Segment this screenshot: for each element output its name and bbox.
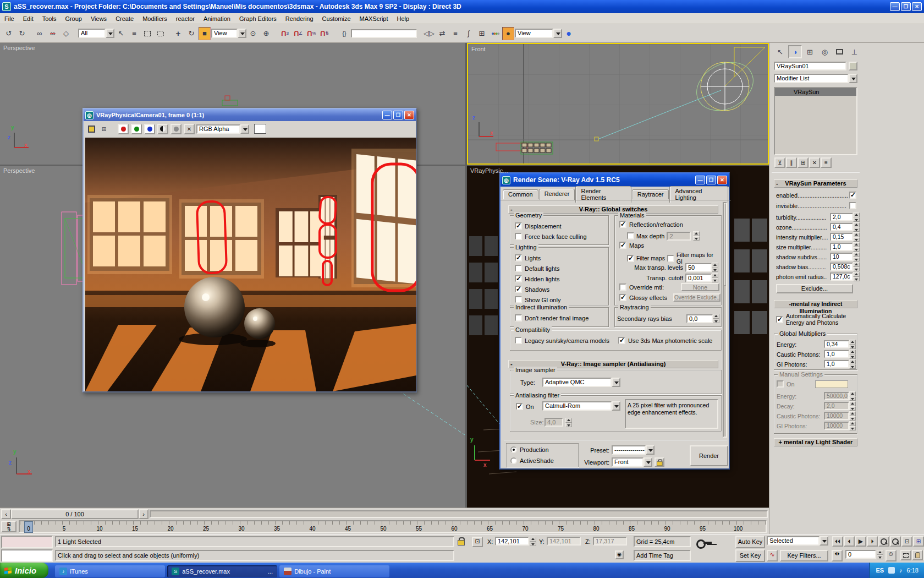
menu-animation[interactable]: Animation (199, 15, 235, 23)
max-depth-field[interactable]: 2 (667, 232, 691, 241)
size-field[interactable]: 4,0 (544, 418, 563, 427)
viewport-front[interactable]: Front (467, 43, 769, 165)
snap-toggle-3d-icon[interactable]: U3 (279, 27, 291, 40)
modifier-list-dropdown[interactable]: Modifier List (774, 74, 857, 83)
menu-modifiers[interactable]: Modifiers (138, 15, 172, 23)
tab-common[interactable]: Common (503, 189, 538, 199)
menu-create[interactable]: Create (111, 15, 138, 23)
mini-listener-pane[interactable] (1, 536, 53, 548)
dialog-titlebar[interactable]: ◎ Render Scene: V-Ray Adv 1.5 RC5 — ❐ ✕ (501, 173, 729, 187)
save-image-icon[interactable] (86, 122, 96, 135)
background-color-swatch[interactable] (254, 124, 266, 134)
selection-filter-dropdown[interactable]: All (78, 29, 114, 38)
caustic-photons-spinner[interactable] (849, 411, 856, 421)
monochrome-icon[interactable] (157, 124, 168, 134)
z-coordinate-field[interactable]: 17,317 (593, 537, 627, 546)
pin-stack-icon[interactable]: ⊻ (774, 157, 785, 168)
vraysun-parameters-rollout[interactable]: -VRaySun Parameters (774, 179, 857, 188)
override-mtl-none-button[interactable]: None (681, 283, 719, 291)
object-color-swatch[interactable] (849, 62, 857, 70)
window-crossing-icon[interactable] (155, 27, 167, 40)
override-exclude-button[interactable]: Override Exclude... (673, 293, 721, 302)
maximize-button[interactable]: ❐ (901, 2, 911, 11)
maximize-button[interactable]: ❐ (393, 111, 403, 119)
ozone-spinner[interactable] (853, 222, 860, 232)
mini-script-pane[interactable] (1, 549, 53, 562)
time-back-button[interactable]: ‹ (1, 509, 11, 519)
exclude-button[interactable]: Exclude... (776, 284, 853, 293)
select-by-name-icon[interactable]: ≡ (128, 27, 140, 40)
select-move-icon[interactable]: + (172, 27, 184, 40)
angle-snap-icon[interactable]: U∠ (292, 27, 304, 40)
undo-icon[interactable]: ↺ (3, 27, 15, 40)
spinner-snap-icon[interactable]: U⇅ (318, 27, 331, 40)
show-end-result-icon[interactable]: ∥ (786, 157, 797, 168)
minimize-button[interactable]: — (382, 111, 392, 119)
manual-on-checkbox[interactable] (777, 380, 784, 388)
volume-tray-icon[interactable]: ♪ (899, 567, 903, 574)
x-spinner[interactable] (530, 537, 536, 546)
scrollbar-thumb[interactable] (724, 203, 726, 286)
start-button[interactable]: Inicio (0, 563, 48, 578)
menu-edit[interactable]: Edit (19, 15, 38, 23)
named-selection-field[interactable] (351, 29, 417, 38)
gi-photons-field[interactable]: 10000 (824, 422, 849, 430)
minimize-button[interactable]: — (695, 176, 705, 184)
tab-motion-icon[interactable]: ◎ (818, 45, 832, 58)
tab-raytracer[interactable]: Raytracer (632, 189, 669, 199)
menu-maxscript[interactable]: MAXScript (355, 15, 393, 23)
material-editor-icon[interactable]: ●●●● (489, 27, 501, 40)
y-coordinate-field[interactable]: 142,101 (547, 537, 581, 546)
reference-coordsys-dropdown[interactable]: View (211, 29, 246, 38)
go-to-start-icon[interactable]: ⏴⏴ (832, 536, 843, 547)
keyboard-shortcut-override-icon[interactable]: {} (338, 27, 350, 40)
decay-spinner[interactable] (849, 401, 856, 411)
unlink-icon[interactable]: ∞ (47, 27, 59, 40)
activeshade-radio[interactable] (510, 457, 517, 464)
filter-maps-gi-checkbox[interactable] (667, 255, 674, 262)
reflection-refraction-checkbox[interactable] (619, 221, 626, 228)
blue-channel-icon[interactable] (144, 124, 155, 134)
mentalray-indirect-rollout[interactable]: -mental ray Indirect Illumination (774, 300, 857, 308)
lights-checkbox[interactable] (515, 254, 522, 261)
dropdown-arrow-icon[interactable] (553, 29, 562, 38)
close-button[interactable]: ✕ (912, 2, 922, 11)
preset-dropdown[interactable]: ------------------------ (612, 445, 654, 455)
menu-file[interactable]: File (0, 15, 19, 23)
dropdown-arrow-icon[interactable] (820, 536, 828, 546)
track-bar[interactable]: ⊞⇅ 0510152025303540455055606570758085909… (0, 520, 769, 534)
add-time-tag-field[interactable]: Add Time Tag (634, 550, 691, 561)
turbidity-field[interactable]: 2,0 (830, 213, 853, 221)
override-mtl-checkbox[interactable] (619, 283, 626, 291)
menu-help[interactable]: Help (393, 15, 414, 23)
time-configuration-icon[interactable]: ◷ (886, 550, 897, 561)
modifier-stack-item[interactable]: VRaySun (775, 88, 856, 96)
key-filters-button[interactable]: Key Filters... (780, 550, 828, 561)
language-indicator[interactable]: ES (876, 567, 884, 574)
use-center-icon[interactable]: ⊙ (247, 27, 259, 40)
render-view-dropdown[interactable]: View (515, 29, 562, 38)
time-slider-track[interactable] (150, 510, 768, 518)
time-slider-handle[interactable]: 0 / 100 (11, 509, 139, 519)
menu-rendering[interactable]: Rendering (281, 15, 318, 23)
menu-reactor[interactable]: reactor (172, 15, 199, 23)
menu-customize[interactable]: Customize (318, 15, 355, 23)
select-manipulate-icon[interactable]: ⊕ (260, 27, 272, 40)
select-scale-icon[interactable]: ■ (199, 27, 211, 40)
zoom-extents-icon[interactable]: ⊡ (901, 536, 912, 547)
render-scene-dialog-icon[interactable]: ● (502, 27, 514, 40)
red-channel-icon[interactable] (118, 124, 129, 134)
dropdown-arrow-icon[interactable] (238, 29, 246, 38)
gi-photons-spinner[interactable] (849, 359, 856, 369)
shadow-subdivs-field[interactable]: 10 (830, 253, 853, 261)
hidden-lights-checkbox[interactable] (515, 275, 522, 282)
dropdown-arrow-icon[interactable] (240, 124, 249, 134)
layer-manager-icon[interactable]: ≡ (449, 27, 461, 40)
photon-emit-radius-field[interactable]: 127,0c (830, 272, 853, 281)
viewport-lock-button[interactable] (654, 457, 664, 467)
tab-utilities-icon[interactable]: ⊥ (848, 45, 861, 58)
energy-spinner[interactable] (849, 391, 856, 401)
new-key-curve-icon[interactable]: ∿ (767, 550, 778, 561)
set-key-button[interactable]: Set Key (735, 549, 765, 562)
configure-modifier-sets-icon[interactable]: ≡ (821, 157, 832, 168)
